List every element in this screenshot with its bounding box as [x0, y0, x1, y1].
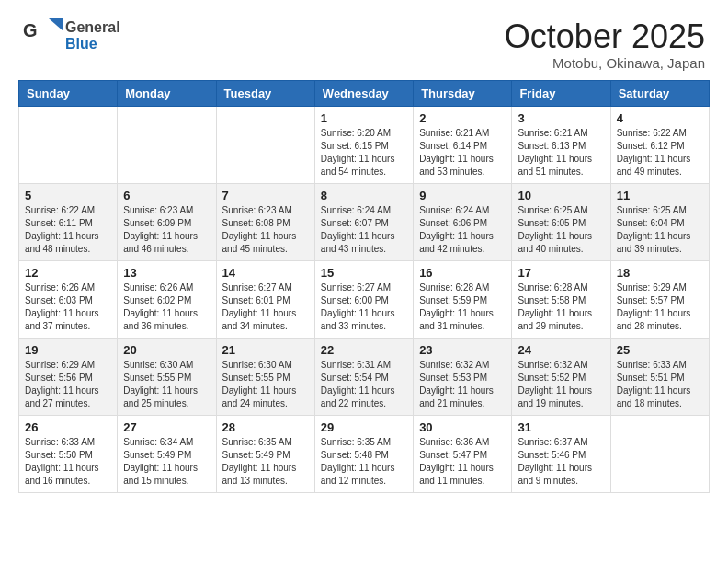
- calendar-cell: 31Sunrise: 6:37 AMSunset: 5:46 PMDayligh…: [512, 415, 610, 492]
- calendar-week-3: 12Sunrise: 6:26 AMSunset: 6:03 PMDayligh…: [19, 260, 710, 338]
- day-number: 8: [321, 189, 407, 202]
- day-info: Sunrise: 6:30 AMSunset: 5:55 PMDaylight:…: [222, 359, 309, 410]
- day-number: 27: [123, 420, 210, 434]
- day-number: 9: [419, 189, 506, 202]
- calendar-cell: 23Sunrise: 6:32 AMSunset: 5:53 PMDayligh…: [414, 338, 512, 415]
- day-number: 2: [419, 111, 506, 125]
- day-info: Sunrise: 6:31 AMSunset: 5:54 PMDaylight:…: [321, 359, 407, 410]
- day-info: Sunrise: 6:21 AMSunset: 6:14 PMDaylight:…: [419, 127, 506, 178]
- calendar-cell: 22Sunrise: 6:31 AMSunset: 5:54 PMDayligh…: [314, 338, 413, 415]
- calendar-week-5: 26Sunrise: 6:33 AMSunset: 5:50 PMDayligh…: [19, 415, 710, 492]
- day-info: Sunrise: 6:29 AMSunset: 5:57 PMDaylight:…: [617, 282, 703, 333]
- day-info: Sunrise: 6:21 AMSunset: 6:13 PMDaylight:…: [518, 127, 604, 178]
- day-number: 26: [25, 420, 111, 434]
- calendar-cell: 4Sunrise: 6:22 AMSunset: 6:12 PMDaylight…: [610, 106, 709, 183]
- calendar-cell: 2Sunrise: 6:21 AMSunset: 6:14 PMDaylight…: [414, 106, 512, 183]
- logo-blue: Blue: [65, 36, 120, 52]
- calendar-cell: 20Sunrise: 6:30 AMSunset: 5:55 PMDayligh…: [118, 338, 216, 415]
- logo: G General Blue: [23, 18, 120, 53]
- calendar-cell: [216, 106, 314, 183]
- calendar-cell: 27Sunrise: 6:34 AMSunset: 5:49 PMDayligh…: [118, 415, 216, 492]
- calendar-cell: 12Sunrise: 6:26 AMSunset: 6:03 PMDayligh…: [19, 260, 118, 338]
- calendar-cell: 14Sunrise: 6:27 AMSunset: 6:01 PMDayligh…: [216, 260, 314, 338]
- calendar-cell: [118, 106, 216, 183]
- day-info: Sunrise: 6:28 AMSunset: 5:58 PMDaylight:…: [518, 282, 604, 333]
- weekday-header-thursday: Thursday: [414, 80, 512, 106]
- day-number: 21: [222, 343, 309, 357]
- calendar-cell: 16Sunrise: 6:28 AMSunset: 5:59 PMDayligh…: [414, 260, 512, 338]
- logo-container: G General Blue: [23, 18, 120, 53]
- day-number: 16: [419, 266, 506, 280]
- day-number: 1: [321, 111, 407, 125]
- day-info: Sunrise: 6:34 AMSunset: 5:49 PMDaylight:…: [123, 436, 210, 488]
- day-number: 14: [222, 266, 309, 280]
- logo-svg: G: [23, 18, 63, 53]
- day-info: Sunrise: 6:32 AMSunset: 5:53 PMDaylight:…: [419, 359, 506, 410]
- day-info: Sunrise: 6:37 AMSunset: 5:46 PMDaylight:…: [518, 436, 604, 488]
- day-number: 31: [518, 420, 604, 434]
- calendar-cell: 7Sunrise: 6:23 AMSunset: 6:08 PMDaylight…: [216, 183, 314, 260]
- calendar-cell: 30Sunrise: 6:36 AMSunset: 5:47 PMDayligh…: [414, 415, 512, 492]
- calendar-cell: 15Sunrise: 6:27 AMSunset: 6:00 PMDayligh…: [314, 260, 413, 338]
- day-number: 10: [518, 189, 604, 202]
- calendar-cell: 1Sunrise: 6:20 AMSunset: 6:15 PMDaylight…: [314, 106, 413, 183]
- calendar-cell: 21Sunrise: 6:30 AMSunset: 5:55 PMDayligh…: [216, 338, 314, 415]
- calendar-cell: 9Sunrise: 6:24 AMSunset: 6:06 PMDaylight…: [414, 183, 512, 260]
- calendar-cell: 8Sunrise: 6:24 AMSunset: 6:07 PMDaylight…: [314, 183, 413, 260]
- day-info: Sunrise: 6:23 AMSunset: 6:09 PMDaylight:…: [123, 204, 210, 256]
- calendar-cell: 13Sunrise: 6:26 AMSunset: 6:02 PMDayligh…: [118, 260, 216, 338]
- day-info: Sunrise: 6:26 AMSunset: 6:03 PMDaylight:…: [25, 282, 111, 333]
- day-info: Sunrise: 6:30 AMSunset: 5:55 PMDaylight:…: [123, 359, 210, 410]
- day-number: 11: [617, 189, 703, 202]
- calendar-table: SundayMondayTuesdayWednesdayThursdayFrid…: [18, 80, 710, 493]
- day-number: 13: [123, 266, 210, 280]
- day-number: 23: [419, 343, 506, 357]
- calendar-cell: [19, 106, 118, 183]
- day-info: Sunrise: 6:23 AMSunset: 6:08 PMDaylight:…: [222, 204, 309, 256]
- svg-marker-1: [49, 18, 63, 31]
- weekday-header-tuesday: Tuesday: [216, 80, 314, 106]
- calendar-cell: 11Sunrise: 6:25 AMSunset: 6:04 PMDayligh…: [610, 183, 709, 260]
- calendar-week-2: 5Sunrise: 6:22 AMSunset: 6:11 PMDaylight…: [19, 183, 710, 260]
- logo-graphic: G: [23, 18, 63, 53]
- calendar-cell: [610, 415, 709, 492]
- day-info: Sunrise: 6:22 AMSunset: 6:11 PMDaylight:…: [25, 204, 111, 256]
- day-info: Sunrise: 6:35 AMSunset: 5:49 PMDaylight:…: [222, 436, 309, 488]
- day-number: 24: [518, 343, 604, 357]
- calendar-cell: 18Sunrise: 6:29 AMSunset: 5:57 PMDayligh…: [610, 260, 709, 338]
- calendar-cell: 25Sunrise: 6:33 AMSunset: 5:51 PMDayligh…: [610, 338, 709, 415]
- day-number: 28: [222, 420, 309, 434]
- day-number: 25: [617, 343, 703, 357]
- calendar-cell: 26Sunrise: 6:33 AMSunset: 5:50 PMDayligh…: [19, 415, 118, 492]
- month-title: October 2025: [505, 18, 705, 55]
- calendar-cell: 6Sunrise: 6:23 AMSunset: 6:09 PMDaylight…: [118, 183, 216, 260]
- calendar-cell: 24Sunrise: 6:32 AMSunset: 5:52 PMDayligh…: [512, 338, 610, 415]
- calendar-cell: 5Sunrise: 6:22 AMSunset: 6:11 PMDaylight…: [19, 183, 118, 260]
- day-number: 3: [518, 111, 604, 125]
- logo-text: General Blue: [65, 19, 120, 53]
- day-info: Sunrise: 6:25 AMSunset: 6:05 PMDaylight:…: [518, 204, 604, 256]
- calendar-cell: 29Sunrise: 6:35 AMSunset: 5:48 PMDayligh…: [314, 415, 413, 492]
- day-info: Sunrise: 6:24 AMSunset: 6:06 PMDaylight:…: [419, 204, 506, 256]
- weekday-header-wednesday: Wednesday: [314, 80, 413, 106]
- logo-general: General: [65, 19, 120, 36]
- day-number: 4: [617, 111, 703, 125]
- day-info: Sunrise: 6:26 AMSunset: 6:02 PMDaylight:…: [123, 282, 210, 333]
- calendar-cell: 10Sunrise: 6:25 AMSunset: 6:05 PMDayligh…: [512, 183, 610, 260]
- day-number: 20: [123, 343, 210, 357]
- weekday-header-sunday: Sunday: [19, 80, 118, 106]
- weekday-header-monday: Monday: [118, 80, 216, 106]
- day-info: Sunrise: 6:27 AMSunset: 6:01 PMDaylight:…: [222, 282, 309, 333]
- weekday-header-saturday: Saturday: [610, 80, 709, 106]
- day-number: 30: [419, 420, 506, 434]
- day-number: 7: [222, 189, 309, 202]
- page-header: G General Blue October 2025 Motobu, Okin…: [9, 9, 719, 75]
- day-number: 18: [617, 266, 703, 280]
- day-info: Sunrise: 6:20 AMSunset: 6:15 PMDaylight:…: [321, 127, 407, 178]
- day-info: Sunrise: 6:36 AMSunset: 5:47 PMDaylight:…: [419, 436, 506, 488]
- day-info: Sunrise: 6:28 AMSunset: 5:59 PMDaylight:…: [419, 282, 506, 333]
- day-number: 29: [321, 420, 407, 434]
- day-number: 15: [321, 266, 407, 280]
- day-info: Sunrise: 6:27 AMSunset: 6:00 PMDaylight:…: [321, 282, 407, 333]
- day-info: Sunrise: 6:35 AMSunset: 5:48 PMDaylight:…: [321, 436, 407, 488]
